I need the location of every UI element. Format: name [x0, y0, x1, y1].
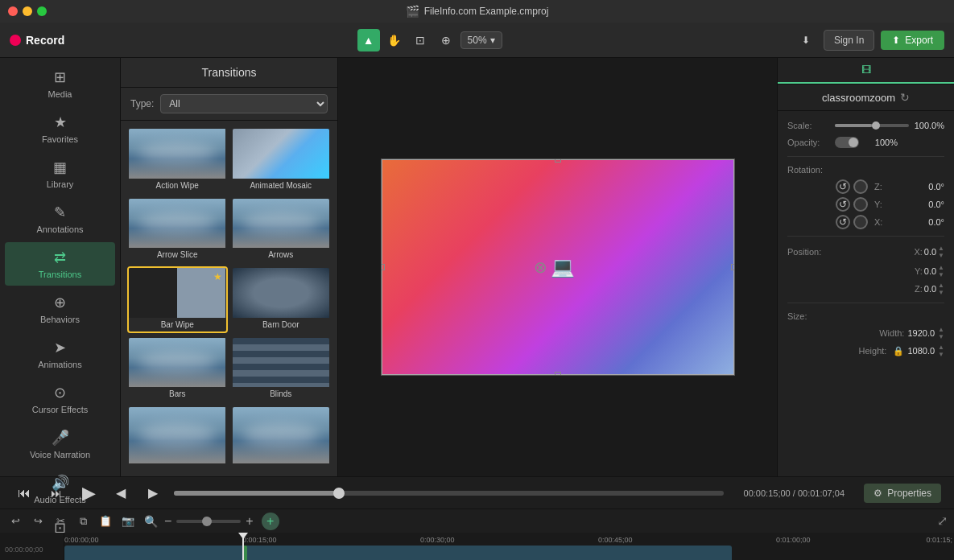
sidebar-item-transitions[interactable]: ⇄ Transitions: [5, 242, 115, 286]
opacity-toggle[interactable]: [835, 137, 859, 148]
rotation-x-circle[interactable]: [853, 215, 868, 229]
scale-slider[interactable]: [835, 124, 909, 127]
z-down-btn[interactable]: ▼: [938, 289, 944, 296]
x-up-btn[interactable]: ▲: [938, 245, 944, 252]
transitions-grid: Action Wipe Animated Mosaic Arrow Slice …: [121, 121, 337, 476]
select-tool[interactable]: ▲: [357, 29, 380, 51]
minimize-button[interactable]: [23, 6, 32, 16]
transition-arrow-slice[interactable]: Arrow Slice: [127, 197, 228, 264]
window-title: 🎬 FileInfo.com Example.cmproj: [406, 5, 549, 18]
add-track-button[interactable]: +: [262, 513, 279, 530]
timeline: 00:00:00;00 0:00:00;00 0:00:15;00 0:00:3…: [0, 533, 954, 560]
step-back-button[interactable]: ⏭: [45, 482, 68, 504]
sidebar-item-favorites[interactable]: ★ Favorites: [5, 107, 115, 150]
zoom-in-tl[interactable]: 🔍: [142, 513, 159, 530]
handle-bottom[interactable]: [555, 372, 561, 376]
z-up-btn[interactable]: ▲: [938, 282, 944, 289]
record-dot: [10, 35, 21, 46]
sidebar-item-library[interactable]: ▦ Library: [5, 152, 115, 196]
properties-button[interactable]: ⚙ Properties: [864, 484, 941, 503]
handle-top[interactable]: [555, 159, 561, 163]
zoom-plus[interactable]: +: [246, 514, 253, 529]
tl-zoom-slider[interactable]: [176, 520, 241, 523]
transition-bar-wipe[interactable]: ★ Bar Wipe: [127, 266, 228, 333]
paste-button[interactable]: 📋: [97, 513, 114, 530]
redo-button[interactable]: ↪: [29, 513, 47, 530]
handle-right[interactable]: [731, 264, 735, 270]
arrows-label: Arrows: [233, 248, 330, 261]
blinds-thumb: [233, 338, 329, 388]
panel-filter: Type: All Basic 3D Fade Wipe Slide: [121, 88, 337, 121]
position-z-value: 0.0: [924, 284, 936, 294]
height-value: 1080.0: [907, 346, 935, 356]
height-up-btn[interactable]: ▲: [938, 344, 944, 351]
rotation-x-icon[interactable]: ↺: [836, 215, 850, 229]
transition-bars[interactable]: Bars: [127, 336, 228, 403]
play-button[interactable]: ▶: [77, 482, 100, 504]
copy-button[interactable]: ⧉: [74, 513, 92, 530]
refresh-icon[interactable]: ↻: [900, 91, 910, 104]
transition-arrows[interactable]: Arrows: [231, 197, 332, 264]
cut-button[interactable]: ✂: [52, 513, 69, 530]
transition-more1[interactable]: [127, 406, 228, 470]
prev-frame-button[interactable]: ◀: [109, 482, 132, 504]
width-up-btn[interactable]: ▲: [938, 326, 944, 333]
sidebar-item-animations[interactable]: ➤ Animations: [5, 332, 115, 376]
zoom-minus[interactable]: −: [164, 514, 171, 529]
lock-icon: 🔒: [893, 346, 904, 356]
export-button[interactable]: ⬆ Export: [881, 31, 944, 50]
y-up-btn[interactable]: ▲: [938, 264, 944, 271]
rewind-button[interactable]: ⏮: [13, 482, 35, 504]
y-down-btn[interactable]: ▼: [938, 271, 944, 278]
rotation-y-icon[interactable]: ↺: [836, 197, 850, 212]
progress-bar[interactable]: [174, 491, 724, 496]
playhead[interactable]: [242, 533, 244, 560]
rotation-z-icon[interactable]: ↺: [836, 179, 850, 194]
snapshot-button[interactable]: 📷: [119, 513, 137, 530]
handle-left[interactable]: [381, 264, 385, 270]
sidebar-item-voice-narration[interactable]: 🎤 Voice Narration: [5, 422, 115, 466]
undo-button[interactable]: ↩: [6, 513, 24, 530]
sign-in-button[interactable]: Sign In: [824, 30, 874, 51]
timeline-ruler[interactable]: 0:00:00;00 0:00:15;00 0:00:30;00 0:00:45…: [64, 533, 954, 560]
rotation-y-circle[interactable]: [853, 197, 868, 212]
timeline-clip[interactable]: [64, 546, 732, 560]
time-30: 0:00:30;00: [420, 536, 455, 544]
position-x-label: X:: [914, 247, 922, 257]
expand-timeline-button[interactable]: ⤢: [937, 513, 948, 529]
width-down-btn[interactable]: ▼: [938, 333, 944, 340]
download-button[interactable]: ⬇: [795, 29, 817, 51]
crop-tool[interactable]: ⊡: [409, 29, 432, 51]
track-label-time: 00:00:00;00: [5, 546, 59, 554]
transition-more2[interactable]: [231, 406, 332, 470]
rotation-header: Rotation:: [787, 162, 944, 178]
sidebar-item-behaviors[interactable]: ⊕ Behaviors: [5, 287, 115, 331]
hand-tool[interactable]: ✋: [383, 29, 406, 51]
record-button[interactable]: Record: [10, 34, 64, 47]
arrow-slice-thumb: [129, 199, 225, 249]
transition-blinds[interactable]: Blinds: [231, 336, 332, 403]
film-tab[interactable]: 🎞: [778, 58, 954, 84]
more2-thumb: [233, 407, 329, 463]
position-header: Position: X: 0.0 ▲ ▼: [787, 241, 944, 262]
rotation-z-circle[interactable]: [853, 179, 868, 194]
annotation-tool[interactable]: ⊕: [435, 29, 457, 51]
zoom-select[interactable]: 50% ▾: [460, 31, 502, 49]
transition-barn-door[interactable]: Barn Door: [231, 266, 332, 333]
sidebar-item-annotations[interactable]: ✎ Annotations: [5, 197, 115, 241]
transition-animated-mosaic[interactable]: Animated Mosaic: [231, 127, 332, 194]
divider1: [787, 156, 944, 157]
opacity-row: Opacity: 100%: [787, 134, 944, 151]
height-down-btn[interactable]: ▼: [938, 351, 944, 358]
time-15: 0:00:15;00: [242, 536, 277, 544]
more1-thumb: [129, 407, 225, 463]
transition-action-wipe[interactable]: Action Wipe: [127, 127, 228, 194]
type-filter[interactable]: All Basic 3D Fade Wipe Slide: [160, 94, 328, 113]
x-down-btn[interactable]: ▼: [938, 252, 944, 259]
sidebar-item-media[interactable]: ⊞ Media: [5, 62, 115, 105]
sidebar-item-cursor-effects[interactable]: ⊙ Cursor Effects: [5, 377, 115, 421]
close-button[interactable]: [8, 6, 18, 16]
maximize-button[interactable]: [37, 6, 47, 16]
bar-wipe-label: Bar Wipe: [129, 318, 226, 331]
next-frame-button[interactable]: ▶: [142, 482, 164, 504]
